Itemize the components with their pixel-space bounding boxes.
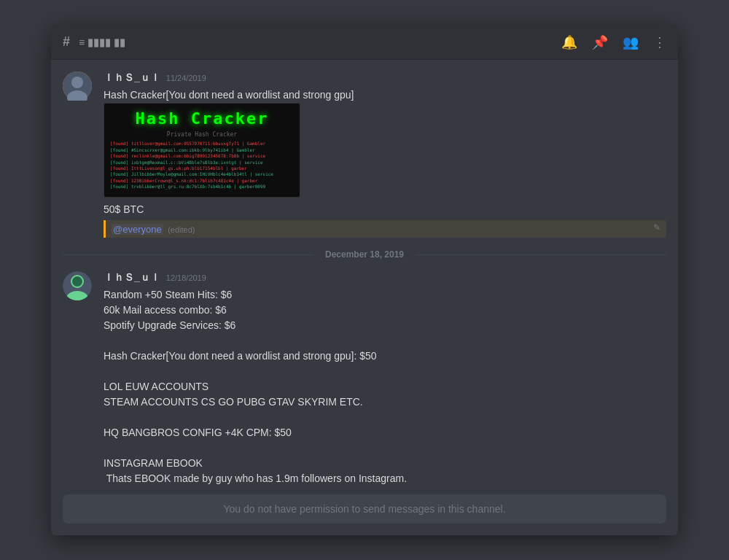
hash-cracker-title: Hash Cracker	[136, 109, 269, 128]
terminal-line-6: [found] JillbibberMoyle@gmail.com:IHiVHb…	[110, 171, 294, 177]
members-icon[interactable]: 👥	[623, 34, 639, 50]
top-bar-icons: 🔔 📌 👥 ⋮	[561, 34, 666, 50]
no-permission-text: You do not have permission to send messa…	[223, 503, 505, 515]
more-icon[interactable]: ⋮	[653, 34, 666, 50]
below-text-1: 50$ BTC	[104, 202, 666, 217]
hash-icon: #	[63, 34, 70, 50]
timestamp-1: 11/24/2019	[166, 74, 206, 82]
message-group-1: ＩｈＳ_ｕｌ 11/24/2019 Hash Cracker[You dont …	[63, 71, 666, 238]
bell-icon[interactable]: 🔔	[561, 34, 577, 50]
date-separator-text: December 18, 2019	[325, 249, 404, 260]
message-1-text: Hash Cracker[You dont need a wordlist an…	[104, 88, 666, 103]
terminal-line-5: [found] ItttLiveson@l_gs.uk:ph:blb17154b…	[110, 166, 294, 171]
terminal-line-4: [found] ixbtgm@Rexmail.c::bVi4Bble7sBlb3…	[110, 160, 294, 166]
avatar-1	[63, 71, 92, 101]
message-group-2: ＩｈＳ_ｕｌ 12/18/2019 Random +50 Steam Hits:…	[63, 271, 666, 489]
channel-name-area: # ≡ ▮▮▮▮ ▮▮	[63, 34, 561, 50]
messages-area[interactable]: ＩｈＳ_ｕｌ 11/24/2019 Hash Cracker[You dont …	[51, 60, 678, 489]
message-2-header: ＩｈＳ_ｕｌ 12/18/2019	[104, 271, 666, 284]
hash-cracker-subtitle: Private Hash Cracker	[167, 131, 237, 138]
everyone-mention-1: @everyone	[112, 224, 163, 235]
message-1-content: ＩｈＳ_ｕｌ 11/24/2019 Hash Cracker[You dont …	[104, 71, 666, 238]
terminal-line-2: [found] #Sincscrxer@gmail.com:ibkb:9lby7…	[110, 147, 294, 153]
message-2-lines: Random +50 Steam Hits: $6 60k Mail acces…	[104, 287, 666, 489]
top-bar: # ≡ ▮▮▮▮ ▮▮ 🔔 📌 👥 ⋮	[51, 25, 678, 60]
terminal-line-7: [found] 123BibberCrown@l_s.nk:dc1:7blib7…	[110, 178, 294, 184]
username-2: ＩｈＳ_ｕｌ	[104, 271, 160, 284]
edit-icon-1[interactable]: ✎	[653, 222, 660, 233]
mention-bar-1: @everyone (edited) ✎	[104, 220, 666, 238]
hash-cracker-image: Hash Cracker Private Hash Cracker [found…	[104, 103, 300, 198]
channel-name: ≡ ▮▮▮▮ ▮▮	[76, 36, 125, 48]
date-separator: December 18, 2019	[63, 249, 666, 260]
bottom-bar: You do not have permission to send messa…	[51, 489, 678, 535]
svg-point-1	[71, 77, 83, 88]
message-2-content: ＩｈＳ_ｕｌ 12/18/2019 Random +50 Steam Hits:…	[104, 271, 666, 489]
terminal-line-8: [found] trxblibber@ll_grs.ru:8c7blXb:7sb…	[110, 184, 294, 190]
username-1: ＩｈＳ_ｕｌ	[104, 71, 160, 85]
terminal-line-3: [found] reclinkle@gmail.com:bbig78901234…	[110, 153, 294, 159]
pin-icon[interactable]: 📌	[592, 34, 608, 50]
discord-window: # ≡ ▮▮▮▮ ▮▮ 🔔 📌 👥 ⋮ ＩｈＳ	[51, 25, 678, 535]
avatar-2	[63, 271, 92, 300]
message-1-header: ＩｈＳ_ｕｌ 11/24/2019	[104, 71, 666, 85]
edited-1: (edited)	[168, 225, 195, 234]
terminal-lines: [found] titllover@gmail.com:0557070711:b…	[110, 141, 294, 190]
svg-point-6	[72, 276, 82, 287]
terminal-line-1: [found] titllover@gmail.com:0557070711:b…	[110, 141, 294, 147]
timestamp-2: 12/18/2019	[166, 273, 206, 282]
separator-line-left	[63, 254, 313, 255]
separator-line-right	[416, 254, 666, 255]
no-permission-bar: You do not have permission to send messa…	[63, 494, 666, 524]
